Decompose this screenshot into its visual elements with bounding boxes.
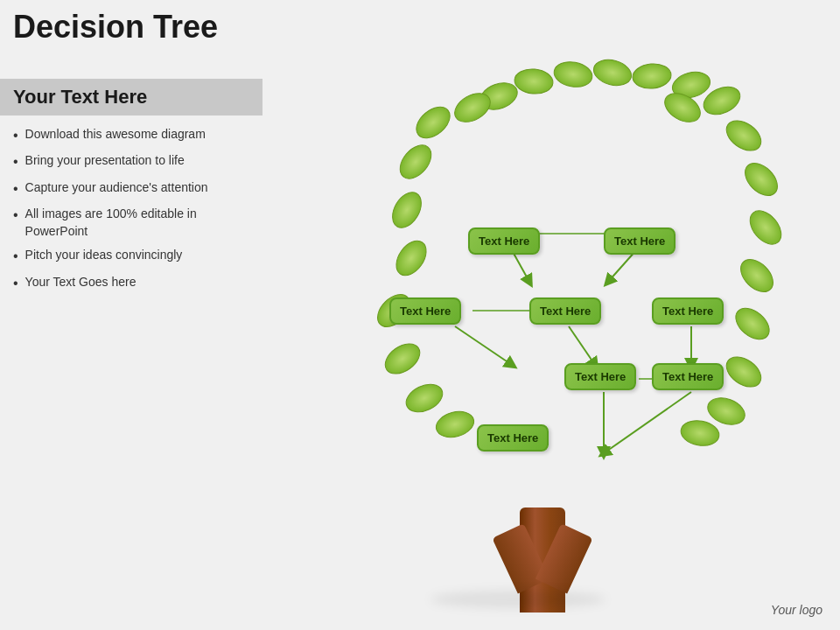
svg-point-14 xyxy=(433,408,477,441)
node-l2-left[interactable]: Text Here xyxy=(564,363,636,390)
svg-point-16 xyxy=(739,158,784,202)
bullet-list: Download this awesome diagram Bring your… xyxy=(0,126,262,293)
tree-container: Text Here Text Here Text Here Text Here … xyxy=(262,48,822,617)
bullet-item-1: Download this awesome diagram xyxy=(13,126,249,145)
node-root[interactable]: Text Here xyxy=(477,424,549,452)
node-l2-right[interactable]: Text Here xyxy=(652,363,724,390)
node-l3-left[interactable]: Text Here xyxy=(389,298,461,325)
title-area: Decision Tree xyxy=(13,9,218,46)
svg-point-21 xyxy=(704,393,749,429)
svg-point-15 xyxy=(721,115,766,157)
svg-point-18 xyxy=(735,254,780,298)
bullet-item-4: All images are 100% editable in PowerPoi… xyxy=(13,206,249,240)
svg-point-12 xyxy=(380,338,425,380)
svg-point-13 xyxy=(402,379,447,417)
svg-point-22 xyxy=(679,417,721,448)
logo-text: Your logo xyxy=(771,603,822,617)
logo-area: Your logo xyxy=(771,603,822,617)
svg-point-5 xyxy=(669,68,713,102)
svg-point-8 xyxy=(394,139,438,185)
svg-point-24 xyxy=(660,88,705,128)
node-l3-center[interactable]: Text Here xyxy=(529,298,601,325)
svg-line-30 xyxy=(455,326,512,365)
svg-point-17 xyxy=(744,205,788,250)
node-l3-right[interactable]: Text Here xyxy=(652,298,724,325)
subtitle-text: Your Text Here xyxy=(13,86,147,108)
node-l4-left[interactable]: Text Here xyxy=(468,228,540,255)
bullet-item-6: Your Text Goes here xyxy=(13,274,249,293)
tree-shadow xyxy=(430,591,606,608)
bullet-item-2: Bring your presentation to life xyxy=(13,152,249,172)
svg-point-2 xyxy=(552,59,594,89)
svg-point-19 xyxy=(730,302,775,346)
svg-line-29 xyxy=(569,326,595,365)
svg-point-3 xyxy=(591,56,634,89)
svg-point-10 xyxy=(390,235,432,281)
svg-point-7 xyxy=(410,101,456,144)
svg-point-23 xyxy=(450,88,495,128)
svg-point-4 xyxy=(632,62,672,90)
subtitle-bar: Your Text Here xyxy=(0,79,262,116)
svg-point-0 xyxy=(477,78,522,114)
bullet-item-3: Capture your audience's attention xyxy=(13,179,249,199)
node-l4-right[interactable]: Text Here xyxy=(604,228,676,255)
svg-point-20 xyxy=(721,351,766,393)
bullet-item-5: Pitch your ideas convincingly xyxy=(13,247,249,266)
left-panel: Your Text Here Download this awesome dia… xyxy=(0,79,262,429)
svg-point-9 xyxy=(387,187,427,233)
svg-point-1 xyxy=(514,67,554,95)
svg-line-26 xyxy=(604,392,691,453)
page-title: Decision Tree xyxy=(13,9,218,46)
svg-point-6 xyxy=(699,81,745,120)
